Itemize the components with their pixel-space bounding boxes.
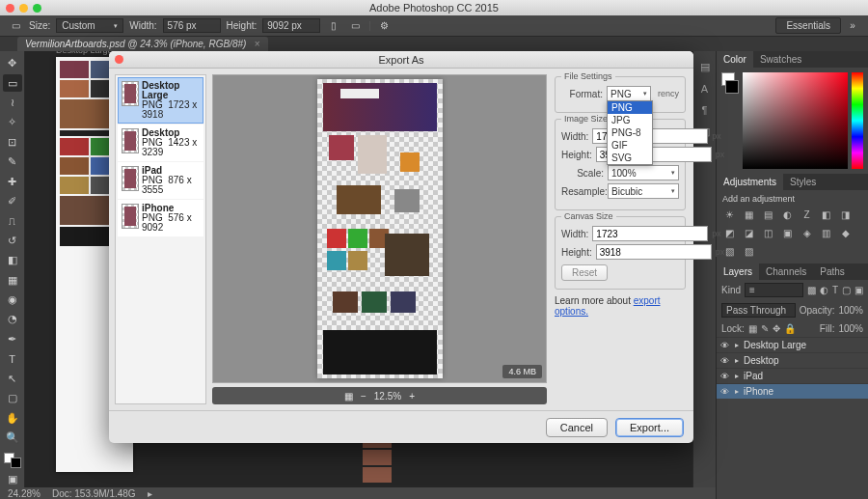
shape-tool-icon[interactable]: ▢	[3, 390, 22, 406]
export-button[interactable]: Export...	[615, 418, 684, 437]
eyedropper-tool-icon[interactable]: ✎	[3, 153, 22, 170]
lock-pixel-icon[interactable]: ✎	[761, 323, 769, 334]
adjustment-icon[interactable]: ▣	[780, 226, 795, 239]
format-select[interactable]: PNG▾	[607, 86, 651, 101]
adjustment-icon[interactable]: ◩	[722, 226, 737, 239]
dialog-titlebar[interactable]: Export As	[109, 51, 693, 69]
artboard-list-item[interactable]: Desktop LargePNG 1723 x 3918	[118, 77, 203, 124]
tab-styles[interactable]: Styles	[783, 174, 823, 190]
adjustment-icon[interactable]: ◪	[742, 226, 756, 239]
disclosure-icon[interactable]: ▸	[735, 341, 739, 349]
artboard-list-item[interactable]: DesktopPNG 1423 x 3239	[118, 125, 203, 161]
lock-all-icon[interactable]: 🔒	[784, 323, 796, 334]
adjustment-icon[interactable]: ▦	[742, 208, 756, 221]
character-panel-icon[interactable]: A	[701, 83, 708, 95]
heal-tool-icon[interactable]: ✚	[3, 173, 22, 189]
lasso-tool-icon[interactable]: ≀	[3, 95, 22, 111]
adjustment-icon[interactable]: ☀	[722, 208, 737, 221]
hand-tool-icon[interactable]: ✋	[3, 409, 22, 426]
height-field[interactable]: 9092 px	[262, 18, 320, 33]
dialog-close-icon[interactable]	[115, 55, 123, 64]
gradient-tool-icon[interactable]: ▦	[3, 271, 22, 288]
adjustment-icon[interactable]: ◨	[838, 208, 853, 221]
document-tab[interactable]: VermilionArtboards.psd @ 24.3% (iPhone, …	[17, 37, 268, 51]
portrait-icon[interactable]: ▯	[326, 18, 341, 34]
paragraph-panel-icon[interactable]: ¶	[702, 104, 708, 116]
blend-mode-select[interactable]: Pass Through	[721, 303, 796, 318]
cv-width-field[interactable]	[592, 226, 708, 241]
format-option[interactable]: PNG	[608, 101, 652, 114]
kind-filter-select[interactable]: ≡	[745, 283, 803, 297]
format-option[interactable]: PNG-8	[608, 126, 652, 139]
disclosure-icon[interactable]: ▸	[735, 356, 739, 365]
hue-strip[interactable]	[852, 72, 863, 169]
search-icon[interactable]: »	[845, 18, 860, 34]
move-tool-icon[interactable]: ✥	[3, 55, 22, 71]
layer-row[interactable]: 👁▸iPad	[717, 368, 868, 383]
path-select-tool-icon[interactable]: ↖	[3, 371, 22, 387]
disclosure-icon[interactable]: ▸	[735, 372, 739, 380]
artboard-list-item[interactable]: iPadPNG 876 x 3555	[118, 162, 203, 199]
visibility-icon[interactable]: 👁	[720, 372, 730, 381]
history-panel-icon[interactable]: ▤	[700, 61, 710, 73]
tab-swatches[interactable]: Swatches	[753, 51, 808, 68]
tab-color[interactable]: Color	[717, 51, 753, 68]
crop-tool-icon[interactable]: ⊡	[3, 134, 22, 151]
stamp-tool-icon[interactable]: ⎍	[3, 212, 22, 229]
pen-tool-icon[interactable]: ✒	[3, 331, 22, 347]
color-swatch-icon[interactable]	[4, 453, 21, 467]
doc-info[interactable]: Doc: 153.9M/1.48G	[52, 488, 136, 499]
quickmask-icon[interactable]: ▣	[3, 471, 22, 487]
layer-row[interactable]: 👁▸iPhone	[717, 383, 868, 399]
filter-adjust-icon[interactable]: ◐	[820, 285, 828, 295]
adjustment-icon[interactable]: ◐	[780, 208, 795, 221]
tab-channels[interactable]: Channels	[759, 263, 813, 280]
close-tab-icon[interactable]: ×	[255, 39, 260, 49]
history-brush-tool-icon[interactable]: ↺	[3, 233, 22, 249]
resample-select[interactable]: Bicubic▾	[608, 183, 679, 199]
lock-pos-icon[interactable]: ✥	[773, 323, 780, 334]
layer-row[interactable]: 👁▸Desktop Large	[717, 337, 868, 352]
eraser-tool-icon[interactable]: ◧	[3, 252, 22, 268]
format-option[interactable]: SVG	[608, 152, 652, 164]
reset-button[interactable]: Reset	[561, 264, 608, 281]
workspace-switcher[interactable]: Essentials	[775, 17, 841, 34]
brush-tool-icon[interactable]: ✐	[3, 193, 22, 209]
artboard-list-item[interactable]: iPhonePNG 576 x 9092	[118, 200, 203, 236]
artboard-tool-icon[interactable]: ▭	[3, 74, 22, 91]
color-sv-box[interactable]	[743, 72, 848, 169]
disclosure-icon[interactable]: ▸	[735, 387, 739, 396]
blur-tool-icon[interactable]: ◉	[3, 291, 22, 308]
color-picker[interactable]	[717, 68, 868, 174]
adjustment-icon[interactable]: Z	[800, 208, 814, 221]
format-option[interactable]: GIF	[608, 139, 652, 152]
tab-adjustments[interactable]: Adjustments	[717, 174, 783, 190]
adjustment-icon[interactable]: ▤	[761, 208, 775, 221]
tab-paths[interactable]: Paths	[813, 263, 852, 280]
format-dropdown-list[interactable]: PNGJPGPNG-8GIFSVG	[607, 100, 653, 165]
zoom-readout[interactable]: 24.28%	[8, 488, 41, 499]
adjustment-icon[interactable]: ▧	[722, 244, 737, 258]
size-preset-select[interactable]: Custom▾	[56, 18, 123, 33]
opacity-value[interactable]: 100%	[838, 305, 863, 316]
dodge-tool-icon[interactable]: ◔	[3, 311, 22, 327]
filter-pixel-icon[interactable]: ▩	[807, 285, 816, 295]
layer-row[interactable]: 👁▸Desktop	[717, 352, 868, 368]
type-tool-icon[interactable]: T	[3, 350, 22, 367]
visibility-icon[interactable]: 👁	[720, 356, 730, 366]
filter-type-icon[interactable]: T	[832, 285, 838, 295]
tab-layers[interactable]: Layers	[717, 263, 759, 280]
status-chevron-icon[interactable]: ▸	[148, 488, 152, 499]
lock-trans-icon[interactable]: ▦	[748, 323, 757, 334]
scale-select[interactable]: 100%▾	[608, 165, 679, 180]
visibility-icon[interactable]: 👁	[720, 341, 730, 350]
cancel-button[interactable]: Cancel	[546, 418, 608, 437]
zoom-in-icon[interactable]: +	[409, 391, 415, 402]
landscape-icon[interactable]: ▭	[347, 18, 363, 34]
export-preview[interactable]: 4.6 MB	[212, 74, 547, 383]
wand-tool-icon[interactable]: ✧	[3, 114, 22, 130]
fill-value[interactable]: 100%	[838, 323, 863, 334]
checker-toggle-icon[interactable]: ▦	[344, 391, 353, 402]
width-field[interactable]: 576 px	[163, 18, 221, 33]
format-option[interactable]: JPG	[608, 114, 652, 126]
